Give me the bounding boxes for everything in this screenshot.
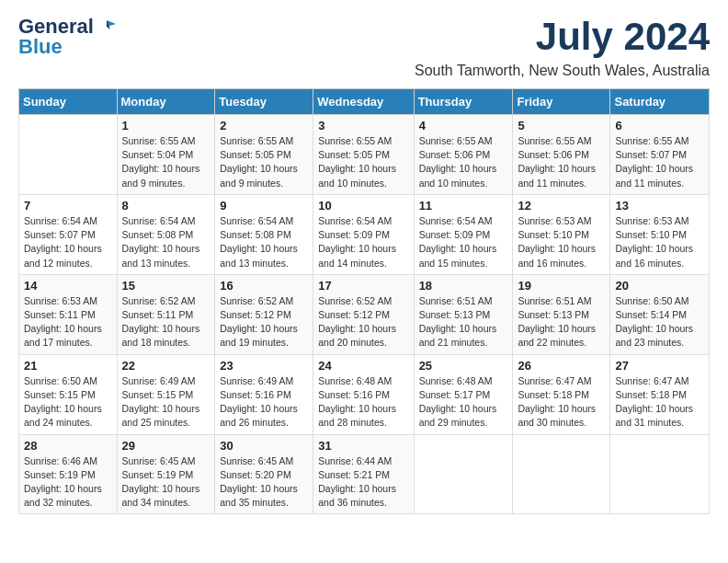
- day-info: Sunrise: 6:54 AMSunset: 5:09 PMDaylight:…: [318, 214, 408, 270]
- calendar-table: SundayMondayTuesdayWednesdayThursdayFrid…: [18, 88, 710, 514]
- day-number: 13: [615, 199, 704, 213]
- calendar-cell: 31Sunrise: 6:44 AMSunset: 5:21 PMDayligh…: [313, 434, 414, 514]
- calendar-cell: 12Sunrise: 6:53 AMSunset: 5:10 PMDayligh…: [513, 194, 610, 274]
- header-thursday: Thursday: [414, 89, 513, 115]
- day-info: Sunrise: 6:50 AMSunset: 5:14 PMDaylight:…: [615, 294, 704, 350]
- calendar-cell: 23Sunrise: 6:49 AMSunset: 5:16 PMDayligh…: [215, 354, 313, 434]
- day-info: Sunrise: 6:52 AMSunset: 5:12 PMDaylight:…: [220, 294, 308, 350]
- day-info: Sunrise: 6:51 AMSunset: 5:13 PMDaylight:…: [518, 294, 605, 350]
- day-number: 23: [220, 359, 308, 373]
- day-number: 31: [318, 439, 408, 453]
- month-title: July 2024: [536, 15, 710, 59]
- calendar-cell: 18Sunrise: 6:51 AMSunset: 5:13 PMDayligh…: [414, 274, 513, 354]
- day-info: Sunrise: 6:45 AMSunset: 5:20 PMDaylight:…: [220, 454, 308, 511]
- logo-bird-icon: [96, 17, 116, 37]
- day-info: Sunrise: 6:52 AMSunset: 5:11 PMDaylight:…: [122, 294, 210, 350]
- day-number: 21: [24, 359, 112, 373]
- day-info: Sunrise: 6:54 AMSunset: 5:07 PMDaylight:…: [24, 214, 112, 270]
- day-number: 3: [318, 119, 408, 132]
- calendar-cell: [414, 434, 513, 514]
- calendar-cell: 29Sunrise: 6:45 AMSunset: 5:19 PMDayligh…: [117, 434, 215, 514]
- day-number: 6: [615, 119, 704, 132]
- day-number: 5: [518, 119, 605, 132]
- day-info: Sunrise: 6:46 AMSunset: 5:19 PMDaylight:…: [24, 454, 112, 511]
- day-info: Sunrise: 6:47 AMSunset: 5:18 PMDaylight:…: [518, 374, 605, 431]
- calendar-cell: 25Sunrise: 6:48 AMSunset: 5:17 PMDayligh…: [414, 354, 513, 434]
- calendar-cell: 8Sunrise: 6:54 AMSunset: 5:08 PMDaylight…: [117, 194, 215, 274]
- header-saturday: Saturday: [610, 89, 710, 115]
- calendar-cell: 5Sunrise: 6:55 AMSunset: 5:06 PMDaylight…: [513, 115, 610, 195]
- day-number: 16: [220, 279, 308, 293]
- calendar-cell: 16Sunrise: 6:52 AMSunset: 5:12 PMDayligh…: [215, 274, 313, 354]
- day-number: 18: [419, 279, 508, 293]
- header-wednesday: Wednesday: [313, 89, 414, 115]
- day-number: 27: [615, 359, 704, 373]
- calendar-cell: 3Sunrise: 6:55 AMSunset: 5:05 PMDaylight…: [313, 115, 414, 195]
- calendar-cell: 9Sunrise: 6:54 AMSunset: 5:08 PMDaylight…: [215, 194, 313, 274]
- day-number: 17: [318, 279, 408, 293]
- header-friday: Friday: [513, 89, 610, 115]
- day-info: Sunrise: 6:54 AMSunset: 5:08 PMDaylight:…: [220, 214, 308, 270]
- day-info: Sunrise: 6:54 AMSunset: 5:09 PMDaylight:…: [419, 214, 508, 270]
- subtitle: South Tamworth, New South Wales, Austral…: [18, 63, 710, 79]
- day-number: 26: [518, 359, 605, 373]
- day-info: Sunrise: 6:49 AMSunset: 5:15 PMDaylight:…: [122, 374, 210, 431]
- header-tuesday: Tuesday: [215, 89, 313, 115]
- calendar-cell: 26Sunrise: 6:47 AMSunset: 5:18 PMDayligh…: [513, 354, 610, 434]
- calendar-cell: [610, 434, 710, 514]
- day-info: Sunrise: 6:55 AMSunset: 5:05 PMDaylight:…: [318, 134, 408, 190]
- day-number: 14: [24, 279, 112, 293]
- day-number: 24: [318, 359, 408, 373]
- day-number: 2: [220, 119, 308, 132]
- day-number: 7: [24, 199, 112, 213]
- day-info: Sunrise: 6:55 AMSunset: 5:06 PMDaylight:…: [419, 134, 508, 190]
- day-number: 29: [122, 439, 210, 453]
- day-number: 9: [220, 199, 308, 213]
- day-info: Sunrise: 6:48 AMSunset: 5:16 PMDaylight:…: [318, 374, 408, 431]
- calendar-cell: 19Sunrise: 6:51 AMSunset: 5:13 PMDayligh…: [513, 274, 610, 354]
- day-number: 11: [419, 199, 508, 213]
- day-info: Sunrise: 6:44 AMSunset: 5:21 PMDaylight:…: [318, 454, 408, 511]
- day-info: Sunrise: 6:54 AMSunset: 5:08 PMDaylight:…: [122, 214, 210, 270]
- calendar-cell: 30Sunrise: 6:45 AMSunset: 5:20 PMDayligh…: [215, 434, 313, 514]
- day-number: 10: [318, 199, 408, 213]
- header-sunday: Sunday: [19, 89, 118, 115]
- day-info: Sunrise: 6:49 AMSunset: 5:16 PMDaylight:…: [220, 374, 308, 431]
- day-info: Sunrise: 6:55 AMSunset: 5:04 PMDaylight:…: [122, 134, 210, 190]
- day-info: Sunrise: 6:53 AMSunset: 5:10 PMDaylight:…: [615, 214, 704, 270]
- day-number: 28: [24, 439, 112, 453]
- calendar-cell: 7Sunrise: 6:54 AMSunset: 5:07 PMDaylight…: [19, 194, 118, 274]
- day-number: 22: [122, 359, 210, 373]
- day-info: Sunrise: 6:45 AMSunset: 5:19 PMDaylight:…: [122, 454, 210, 511]
- day-info: Sunrise: 6:48 AMSunset: 5:17 PMDaylight:…: [419, 374, 508, 431]
- day-number: 15: [122, 279, 210, 293]
- calendar-cell: 24Sunrise: 6:48 AMSunset: 5:16 PMDayligh…: [313, 354, 414, 434]
- day-info: Sunrise: 6:55 AMSunset: 5:06 PMDaylight:…: [518, 134, 605, 190]
- day-info: Sunrise: 6:55 AMSunset: 5:05 PMDaylight:…: [220, 134, 308, 190]
- calendar-cell: [19, 115, 118, 195]
- calendar-cell: 10Sunrise: 6:54 AMSunset: 5:09 PMDayligh…: [313, 194, 414, 274]
- logo: General Blue: [18, 15, 116, 59]
- calendar-cell: [513, 434, 610, 514]
- logo-blue: Blue: [18, 35, 63, 59]
- calendar-cell: 4Sunrise: 6:55 AMSunset: 5:06 PMDaylight…: [414, 115, 513, 195]
- day-number: 1: [122, 119, 210, 132]
- calendar-cell: 17Sunrise: 6:52 AMSunset: 5:12 PMDayligh…: [313, 274, 414, 354]
- calendar-cell: 6Sunrise: 6:55 AMSunset: 5:07 PMDaylight…: [610, 115, 710, 195]
- calendar-cell: 14Sunrise: 6:53 AMSunset: 5:11 PMDayligh…: [19, 274, 118, 354]
- calendar-cell: 28Sunrise: 6:46 AMSunset: 5:19 PMDayligh…: [19, 434, 118, 514]
- day-number: 19: [518, 279, 605, 293]
- day-number: 25: [419, 359, 508, 373]
- calendar-cell: 15Sunrise: 6:52 AMSunset: 5:11 PMDayligh…: [117, 274, 215, 354]
- day-info: Sunrise: 6:52 AMSunset: 5:12 PMDaylight:…: [318, 294, 408, 350]
- day-info: Sunrise: 6:53 AMSunset: 5:10 PMDaylight:…: [518, 214, 605, 270]
- calendar-cell: 20Sunrise: 6:50 AMSunset: 5:14 PMDayligh…: [610, 274, 710, 354]
- calendar-cell: 21Sunrise: 6:50 AMSunset: 5:15 PMDayligh…: [19, 354, 118, 434]
- day-number: 8: [122, 199, 210, 213]
- header-monday: Monday: [117, 89, 215, 115]
- day-info: Sunrise: 6:51 AMSunset: 5:13 PMDaylight:…: [419, 294, 508, 350]
- calendar-cell: 22Sunrise: 6:49 AMSunset: 5:15 PMDayligh…: [117, 354, 215, 434]
- calendar-cell: 27Sunrise: 6:47 AMSunset: 5:18 PMDayligh…: [610, 354, 710, 434]
- calendar-cell: 1Sunrise: 6:55 AMSunset: 5:04 PMDaylight…: [117, 115, 215, 195]
- day-number: 4: [419, 119, 508, 132]
